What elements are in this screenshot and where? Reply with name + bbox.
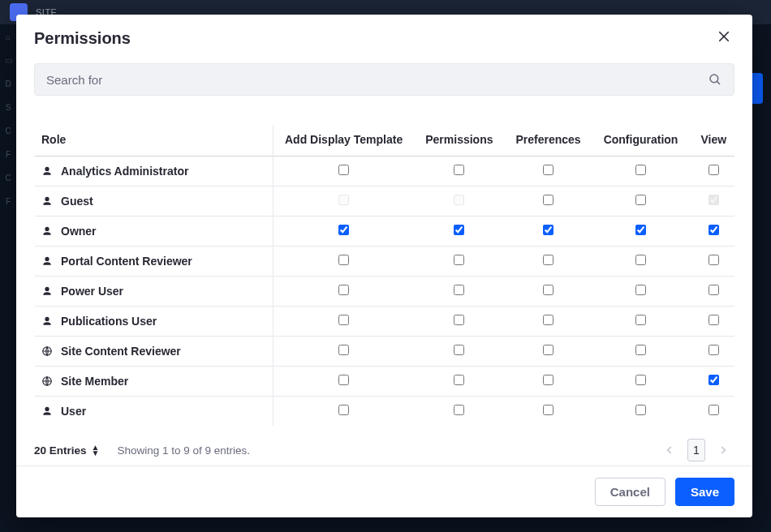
user-icon xyxy=(41,315,53,327)
user-icon xyxy=(41,285,53,297)
permission-checkbox[interactable] xyxy=(709,285,719,295)
role-name: Power User xyxy=(61,285,123,298)
permission-checkbox[interactable] xyxy=(338,165,349,175)
role-cell: Power User xyxy=(41,285,266,298)
table-row: Site Content Reviewer xyxy=(35,337,273,367)
role-name: User xyxy=(61,405,86,418)
role-cell: Publications User xyxy=(41,315,266,328)
permission-checkbox[interactable] xyxy=(338,375,349,385)
permission-checkbox[interactable] xyxy=(338,405,349,415)
permission-checkbox[interactable] xyxy=(543,195,553,205)
permission-checkbox[interactable] xyxy=(543,165,553,175)
permission-checkbox[interactable] xyxy=(635,285,646,295)
table-row xyxy=(274,157,734,187)
modal-footer: Cancel Save xyxy=(16,466,752,517)
permission-checkbox[interactable] xyxy=(709,375,719,385)
page-prev-button[interactable] xyxy=(658,439,681,461)
close-icon xyxy=(717,29,731,44)
permission-checkbox[interactable] xyxy=(543,285,553,295)
column-header-permission: Preferences xyxy=(504,125,592,157)
permission-checkbox[interactable] xyxy=(635,405,646,415)
permission-checkbox[interactable] xyxy=(454,285,464,295)
globe-icon xyxy=(41,375,53,387)
permission-checkbox[interactable] xyxy=(454,405,464,415)
entries-selector[interactable]: 20 Entries ▲▼ xyxy=(34,444,99,457)
modal-title: Permissions xyxy=(34,29,131,48)
search-input[interactable] xyxy=(46,73,708,87)
permissions-modal: Permissions Role Analytics Administrator… xyxy=(16,15,752,517)
permission-checkbox[interactable] xyxy=(454,345,464,355)
permission-checkbox[interactable] xyxy=(635,225,646,235)
svg-line-3 xyxy=(717,81,720,84)
modal-body: Role Analytics AdministratorGuestOwnerPo… xyxy=(16,58,752,466)
cancel-button[interactable]: Cancel xyxy=(595,478,665,506)
globe-icon xyxy=(41,345,53,357)
permission-checkbox[interactable] xyxy=(543,405,553,415)
permission-checkbox[interactable] xyxy=(543,345,553,355)
permission-checkbox[interactable] xyxy=(338,345,349,355)
save-button[interactable]: Save xyxy=(675,478,734,506)
search-bar xyxy=(34,63,734,96)
column-header-permission: Configuration xyxy=(592,125,690,157)
permission-checkbox[interactable] xyxy=(454,165,464,175)
table-row xyxy=(274,337,734,367)
page-number-current[interactable]: 1 xyxy=(687,439,705,461)
user-icon xyxy=(41,165,53,177)
permission-checkbox[interactable] xyxy=(635,165,646,175)
role-cell: User xyxy=(41,405,266,418)
table-row xyxy=(274,187,734,217)
close-button[interactable] xyxy=(713,26,734,50)
role-name: Analytics Administrator xyxy=(61,165,188,178)
permission-checkbox[interactable] xyxy=(635,375,646,385)
permission-checkbox[interactable] xyxy=(709,345,719,355)
modal-header: Permissions xyxy=(16,15,752,58)
user-icon xyxy=(41,255,53,267)
pagination-bar: 20 Entries ▲▼ Showing 1 to 9 of 9 entrie… xyxy=(34,426,744,465)
chevron-left-icon xyxy=(664,444,675,456)
permissions-scroll-area[interactable]: Add Display TemplatePermissionsPreferenc… xyxy=(274,125,734,426)
column-header-permission: View xyxy=(689,125,734,157)
permission-checkbox[interactable] xyxy=(454,225,464,235)
table-row: Power User xyxy=(35,277,273,307)
role-name: Site Content Reviewer xyxy=(61,345,181,358)
permission-checkbox xyxy=(709,195,719,205)
column-header-permission: Add Display Template xyxy=(274,125,414,157)
permission-checkbox[interactable] xyxy=(543,255,553,265)
role-cell: Guest xyxy=(41,195,266,208)
role-cell: Analytics Administrator xyxy=(41,165,266,178)
column-header-role: Role xyxy=(35,125,273,157)
permission-checkbox[interactable] xyxy=(635,255,646,265)
permission-checkbox[interactable] xyxy=(454,255,464,265)
permission-checkbox[interactable] xyxy=(635,315,646,325)
permission-checkbox[interactable] xyxy=(709,405,719,415)
permission-checkbox[interactable] xyxy=(635,345,646,355)
role-cell: Site Member xyxy=(41,375,266,388)
app-sidebar: ⌂▭DSCFCF xyxy=(0,24,16,532)
permission-checkbox[interactable] xyxy=(709,315,719,325)
permission-checkbox[interactable] xyxy=(338,285,349,295)
permission-checkbox xyxy=(454,195,464,205)
permission-checkbox[interactable] xyxy=(454,315,464,325)
role-cell: Portal Content Reviewer xyxy=(41,255,266,268)
search-icon xyxy=(708,72,722,87)
svg-point-2 xyxy=(710,75,718,83)
permission-checkbox[interactable] xyxy=(543,315,553,325)
table-row xyxy=(274,397,734,427)
permission-checkbox[interactable] xyxy=(338,315,349,325)
table-row xyxy=(274,217,734,247)
permission-checkbox[interactable] xyxy=(338,225,349,235)
permission-checkbox[interactable] xyxy=(543,225,553,235)
page-next-button[interactable] xyxy=(712,439,734,461)
permission-checkbox[interactable] xyxy=(635,195,646,205)
user-icon xyxy=(41,405,53,417)
permission-checkbox[interactable] xyxy=(543,375,553,385)
permission-checkbox[interactable] xyxy=(338,255,349,265)
permission-checkbox[interactable] xyxy=(709,255,719,265)
permission-checkbox[interactable] xyxy=(709,225,719,235)
table-row: User xyxy=(35,397,273,427)
permission-checkbox[interactable] xyxy=(454,375,464,385)
permission-checkbox[interactable] xyxy=(709,165,719,175)
role-cell: Owner xyxy=(41,225,266,238)
table-row: Site Member xyxy=(35,367,273,397)
table-row: Publications User xyxy=(35,307,273,337)
